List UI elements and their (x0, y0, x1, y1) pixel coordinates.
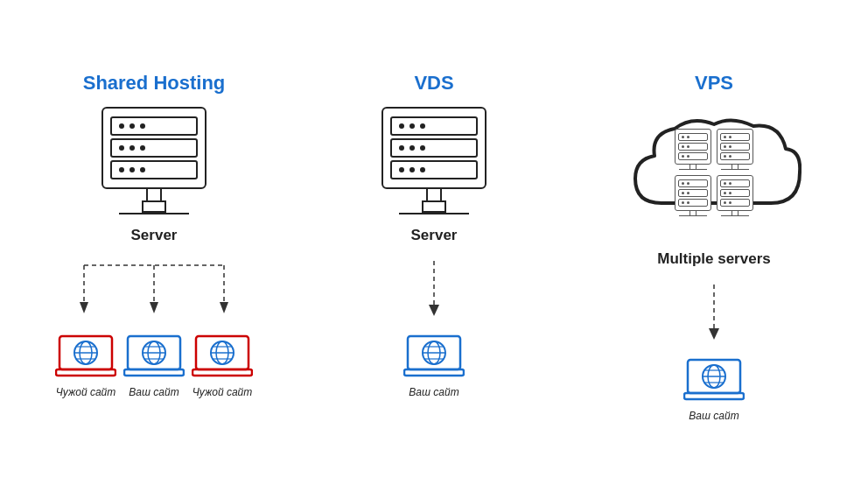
mini-rack-1 (675, 129, 711, 170)
vps-server-label: Multiple servers (657, 250, 770, 268)
vps-laptop-label: Ваш сайт (689, 410, 738, 422)
vps-laptop-blue: Ваш сайт (683, 358, 745, 422)
vds-server-rack (382, 107, 486, 214)
vps-mini-servers (675, 129, 753, 216)
svg-rect-21 (124, 369, 184, 376)
svg-rect-49 (684, 393, 744, 399)
svg-marker-6 (220, 302, 228, 313)
shared-server-rack (102, 107, 206, 214)
mini-rack-3 (675, 175, 711, 216)
laptop-red-2: Чужой сайт (192, 334, 253, 398)
vds-laptop-blue: Ваш сайт (403, 334, 465, 398)
svg-rect-14 (73, 369, 99, 370)
shared-laptops-row: Чужой сайт Ваш сайт (55, 334, 253, 398)
vds-laptop-label: Ваш сайт (409, 386, 458, 398)
laptop-blue: Ваш сайт (123, 334, 185, 398)
laptop-red-1-label: Чужой сайт (56, 386, 116, 398)
svg-marker-32 (429, 305, 439, 316)
laptop-blue-label: Ваш сайт (129, 386, 178, 398)
laptop-icon-red-1 (55, 334, 116, 383)
vps-arrow-svg (696, 280, 732, 346)
shared-arrows-svg (58, 257, 250, 322)
vds-column: VDS Server (303, 72, 565, 404)
vds-arrows-section (303, 257, 565, 322)
svg-rect-29 (192, 369, 252, 376)
laptop-icon-red-2 (192, 334, 253, 383)
shared-hosting-title: Shared Hosting (83, 72, 226, 95)
vps-arrows-section (583, 280, 845, 346)
mini-rack-4 (717, 175, 753, 216)
svg-rect-22 (141, 369, 167, 370)
diagram: Shared Hosting Server (14, 63, 854, 436)
vds-server-label: Server (411, 227, 458, 244)
vds-arrow-svg (416, 257, 452, 322)
vps-column: VPS (583, 72, 845, 427)
vds-laptop-icon (403, 334, 465, 383)
vds-laptops-row: Ваш сайт (403, 334, 465, 398)
vps-title: VPS (695, 72, 733, 95)
vps-cloud-container (626, 107, 802, 238)
shared-server-label: Server (131, 227, 178, 244)
laptop-icon-blue (123, 334, 185, 383)
svg-rect-39 (404, 369, 464, 376)
vps-laptop-icon (683, 358, 745, 406)
svg-rect-13 (56, 369, 116, 376)
vds-title: VDS (414, 72, 453, 95)
svg-marker-5 (150, 302, 158, 313)
svg-rect-40 (421, 369, 447, 370)
vps-laptops-row: Ваш сайт (683, 358, 745, 422)
shared-hosting-column: Shared Hosting Server (23, 72, 285, 404)
svg-marker-42 (709, 328, 719, 340)
svg-rect-50 (701, 392, 727, 394)
laptop-red-2-label: Чужой сайт (192, 386, 253, 398)
svg-marker-4 (80, 302, 88, 313)
shared-arrows-section (23, 257, 285, 322)
mini-rack-2 (717, 129, 753, 170)
laptop-red-1: Чужой сайт (55, 334, 116, 398)
svg-rect-30 (209, 369, 235, 370)
